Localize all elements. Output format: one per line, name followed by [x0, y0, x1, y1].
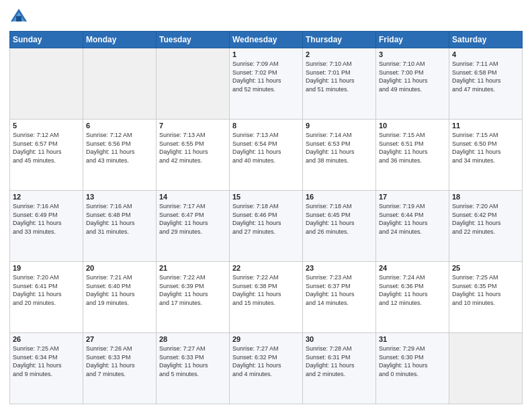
day-cell-11: 11Sunrise: 7:15 AM Sunset: 6:50 PM Dayli… — [449, 120, 523, 191]
day-number: 1 — [232, 50, 300, 58]
weekday-thursday: Thursday — [303, 32, 376, 48]
empty-cell — [449, 333, 523, 404]
day-cell-22: 22Sunrise: 7:22 AM Sunset: 6:38 PM Dayli… — [230, 262, 303, 333]
day-info: Sunrise: 7:15 AM Sunset: 6:51 PM Dayligh… — [379, 131, 446, 165]
day-info: Sunrise: 7:11 AM Sunset: 6:58 PM Dayligh… — [452, 60, 519, 93]
day-info: Sunrise: 7:22 AM Sunset: 6:39 PM Dayligh… — [159, 273, 226, 307]
day-cell-25: 25Sunrise: 7:25 AM Sunset: 6:35 PM Dayli… — [449, 262, 523, 333]
day-info: Sunrise: 7:26 AM Sunset: 6:33 PM Dayligh… — [86, 345, 153, 378]
day-info: Sunrise: 7:27 AM Sunset: 6:33 PM Dayligh… — [159, 345, 226, 378]
day-number: 12 — [13, 193, 80, 201]
day-cell-18: 18Sunrise: 7:20 AM Sunset: 6:42 PM Dayli… — [449, 191, 523, 262]
day-number: 27 — [86, 335, 153, 343]
page: SundayMondayTuesdayWednesdayThursdayFrid… — [0, 0, 532, 411]
day-number: 16 — [306, 193, 373, 201]
weekday-header-row: SundayMondayTuesdayWednesdayThursdayFrid… — [10, 32, 523, 48]
day-cell-4: 4Sunrise: 7:11 AM Sunset: 6:58 PM Daylig… — [449, 48, 523, 120]
day-number: 2 — [306, 50, 373, 58]
day-info: Sunrise: 7:14 AM Sunset: 6:53 PM Dayligh… — [306, 131, 373, 165]
weekday-friday: Friday — [376, 32, 449, 48]
day-cell-27: 27Sunrise: 7:26 AM Sunset: 6:33 PM Dayli… — [83, 333, 157, 404]
day-info: Sunrise: 7:25 AM Sunset: 6:34 PM Dayligh… — [13, 345, 80, 378]
day-cell-1: 1Sunrise: 7:09 AM Sunset: 7:02 PM Daylig… — [230, 48, 303, 120]
week-row-4: 26Sunrise: 7:25 AM Sunset: 6:34 PM Dayli… — [10, 333, 523, 404]
day-number: 8 — [232, 122, 300, 130]
day-number: 19 — [13, 264, 80, 272]
day-info: Sunrise: 7:21 AM Sunset: 6:40 PM Dayligh… — [86, 273, 153, 307]
day-info: Sunrise: 7:13 AM Sunset: 6:54 PM Dayligh… — [232, 131, 300, 165]
day-info: Sunrise: 7:18 AM Sunset: 6:45 PM Dayligh… — [306, 202, 373, 236]
day-number: 10 — [379, 122, 446, 130]
day-cell-30: 30Sunrise: 7:28 AM Sunset: 6:31 PM Dayli… — [303, 333, 376, 404]
day-number: 17 — [379, 193, 446, 201]
week-row-3: 19Sunrise: 7:20 AM Sunset: 6:41 PM Dayli… — [10, 262, 523, 333]
day-info: Sunrise: 7:25 AM Sunset: 6:35 PM Dayligh… — [452, 273, 519, 307]
day-number: 31 — [379, 335, 446, 343]
day-number: 22 — [232, 264, 300, 272]
empty-cell — [157, 48, 230, 120]
weekday-monday: Monday — [83, 32, 157, 48]
day-cell-13: 13Sunrise: 7:16 AM Sunset: 6:48 PM Dayli… — [83, 191, 157, 262]
day-number: 29 — [232, 335, 300, 343]
day-number: 24 — [379, 264, 446, 272]
day-info: Sunrise: 7:12 AM Sunset: 6:57 PM Dayligh… — [13, 131, 80, 165]
day-cell-20: 20Sunrise: 7:21 AM Sunset: 6:40 PM Dayli… — [83, 262, 157, 333]
calendar-table: SundayMondayTuesdayWednesdayThursdayFrid… — [9, 31, 523, 404]
day-cell-2: 2Sunrise: 7:10 AM Sunset: 7:01 PM Daylig… — [303, 48, 376, 120]
header — [9, 7, 523, 26]
day-number: 3 — [379, 50, 446, 58]
day-info: Sunrise: 7:23 AM Sunset: 6:37 PM Dayligh… — [306, 273, 373, 307]
day-number: 15 — [232, 193, 300, 201]
weekday-saturday: Saturday — [449, 32, 523, 48]
day-number: 7 — [159, 122, 226, 130]
weekday-wednesday: Wednesday — [230, 32, 303, 48]
day-cell-12: 12Sunrise: 7:16 AM Sunset: 6:49 PM Dayli… — [10, 191, 83, 262]
empty-cell — [10, 48, 83, 120]
day-number: 4 — [452, 50, 519, 58]
day-cell-21: 21Sunrise: 7:22 AM Sunset: 6:39 PM Dayli… — [157, 262, 230, 333]
day-number: 14 — [159, 193, 226, 201]
day-cell-6: 6Sunrise: 7:12 AM Sunset: 6:56 PM Daylig… — [83, 120, 157, 191]
day-cell-15: 15Sunrise: 7:18 AM Sunset: 6:46 PM Dayli… — [230, 191, 303, 262]
day-info: Sunrise: 7:13 AM Sunset: 6:55 PM Dayligh… — [159, 131, 226, 165]
day-info: Sunrise: 7:20 AM Sunset: 6:42 PM Dayligh… — [452, 202, 519, 236]
day-info: Sunrise: 7:10 AM Sunset: 7:00 PM Dayligh… — [379, 60, 446, 93]
day-number: 13 — [86, 193, 153, 201]
day-info: Sunrise: 7:09 AM Sunset: 7:02 PM Dayligh… — [232, 60, 300, 93]
day-cell-28: 28Sunrise: 7:27 AM Sunset: 6:33 PM Dayli… — [157, 333, 230, 404]
day-number: 25 — [452, 264, 519, 272]
day-info: Sunrise: 7:24 AM Sunset: 6:36 PM Dayligh… — [379, 273, 446, 307]
day-cell-9: 9Sunrise: 7:14 AM Sunset: 6:53 PM Daylig… — [303, 120, 376, 191]
svg-rect-2 — [16, 16, 21, 21]
logo — [9, 7, 31, 26]
weekday-sunday: Sunday — [10, 32, 83, 48]
day-cell-14: 14Sunrise: 7:17 AM Sunset: 6:47 PM Dayli… — [157, 191, 230, 262]
day-number: 11 — [452, 122, 519, 130]
day-info: Sunrise: 7:22 AM Sunset: 6:38 PM Dayligh… — [232, 273, 300, 307]
day-info: Sunrise: 7:27 AM Sunset: 6:32 PM Dayligh… — [232, 345, 300, 378]
day-info: Sunrise: 7:18 AM Sunset: 6:46 PM Dayligh… — [232, 202, 300, 236]
day-number: 18 — [452, 193, 519, 201]
day-info: Sunrise: 7:19 AM Sunset: 6:44 PM Dayligh… — [379, 202, 446, 236]
day-cell-16: 16Sunrise: 7:18 AM Sunset: 6:45 PM Dayli… — [303, 191, 376, 262]
week-row-0: 1Sunrise: 7:09 AM Sunset: 7:02 PM Daylig… — [10, 48, 523, 120]
day-number: 21 — [159, 264, 226, 272]
day-number: 9 — [306, 122, 373, 130]
empty-cell — [83, 48, 157, 120]
day-cell-3: 3Sunrise: 7:10 AM Sunset: 7:00 PM Daylig… — [376, 48, 449, 120]
day-info: Sunrise: 7:28 AM Sunset: 6:31 PM Dayligh… — [306, 345, 373, 378]
day-cell-23: 23Sunrise: 7:23 AM Sunset: 6:37 PM Dayli… — [303, 262, 376, 333]
day-info: Sunrise: 7:29 AM Sunset: 6:30 PM Dayligh… — [379, 345, 446, 378]
day-number: 5 — [13, 122, 80, 130]
day-cell-17: 17Sunrise: 7:19 AM Sunset: 6:44 PM Dayli… — [376, 191, 449, 262]
day-number: 26 — [13, 335, 80, 343]
day-number: 20 — [86, 264, 153, 272]
day-info: Sunrise: 7:20 AM Sunset: 6:41 PM Dayligh… — [13, 273, 80, 307]
day-number: 28 — [159, 335, 226, 343]
day-cell-24: 24Sunrise: 7:24 AM Sunset: 6:36 PM Dayli… — [376, 262, 449, 333]
day-cell-19: 19Sunrise: 7:20 AM Sunset: 6:41 PM Dayli… — [10, 262, 83, 333]
day-info: Sunrise: 7:17 AM Sunset: 6:47 PM Dayligh… — [159, 202, 226, 236]
day-info: Sunrise: 7:10 AM Sunset: 7:01 PM Dayligh… — [306, 60, 373, 93]
day-cell-10: 10Sunrise: 7:15 AM Sunset: 6:51 PM Dayli… — [376, 120, 449, 191]
day-cell-7: 7Sunrise: 7:13 AM Sunset: 6:55 PM Daylig… — [157, 120, 230, 191]
